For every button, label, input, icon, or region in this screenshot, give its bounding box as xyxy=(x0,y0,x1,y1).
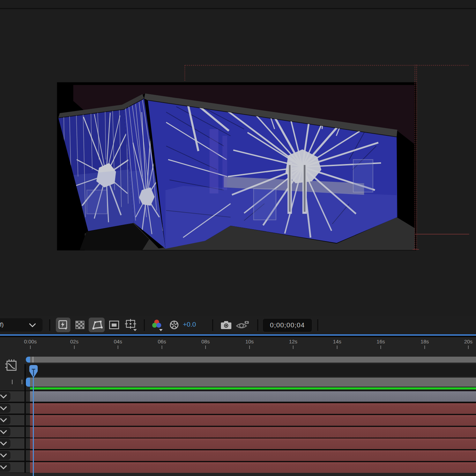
layer-row[interactable] xyxy=(0,391,476,402)
timeline-panel: 0:00s 02s 04s 06s 08s 10s 12s 14s 16s 18… xyxy=(0,337,476,476)
show-snapshot-button[interactable] xyxy=(235,318,251,332)
time-ruler[interactable] xyxy=(26,364,476,377)
layer-duration-bar[interactable] xyxy=(30,391,476,402)
ruler-label: 14s xyxy=(327,339,348,344)
composition-viewport[interactable] xyxy=(0,9,476,316)
reset-exposure-icon xyxy=(169,320,179,330)
layer-row[interactable] xyxy=(0,403,476,414)
scrollbar-playhead-tick xyxy=(32,357,34,363)
chevron-down-icon xyxy=(0,465,7,470)
comp-bottom-toolbar: f) xyxy=(0,316,476,334)
ruler-label: 20s xyxy=(458,339,476,344)
ruler-tick xyxy=(74,345,75,349)
ruler-label: 06s xyxy=(151,339,172,344)
ruler-tick xyxy=(162,345,162,349)
toolbar-separator xyxy=(317,319,318,331)
toolbar-separator xyxy=(49,319,50,331)
transparency-grid-button[interactable] xyxy=(73,318,87,332)
ruler-label: 18s xyxy=(414,339,435,344)
chevron-down-icon xyxy=(0,418,7,423)
layer-expand-button[interactable] xyxy=(0,427,10,437)
chevron-down-icon xyxy=(0,430,7,434)
layer-duration-bar[interactable] xyxy=(30,403,476,414)
chevron-down-icon xyxy=(0,394,7,399)
chevron-down-icon xyxy=(0,441,7,446)
region-of-interest-button[interactable] xyxy=(106,318,122,332)
ruler-label: 10s xyxy=(239,339,260,344)
channel-settings-button[interactable] xyxy=(149,318,165,332)
chevron-down-icon xyxy=(0,453,7,458)
preview-time-field[interactable]: 0;00;00;04 xyxy=(262,318,312,332)
composition-panel xyxy=(0,9,476,316)
layer-row[interactable] xyxy=(0,462,476,473)
snapshot-camera-icon xyxy=(221,321,232,329)
playhead-head[interactable] xyxy=(29,364,39,378)
layer-expand-button[interactable] xyxy=(0,451,10,460)
guides-options-icon xyxy=(124,318,138,332)
reset-exposure-button[interactable] xyxy=(167,318,181,332)
layer-row[interactable] xyxy=(0,427,476,437)
window-top-strip xyxy=(0,0,476,8)
show-snapshot-icon xyxy=(236,320,250,330)
snapshot-button[interactable] xyxy=(218,318,234,332)
layer-duration-bar[interactable] xyxy=(30,450,476,461)
cached-frames-indicator xyxy=(30,387,476,389)
graph-editor-icon xyxy=(4,358,17,372)
magnification-dropdown[interactable]: f) xyxy=(0,318,43,332)
ruler-tick xyxy=(118,345,118,349)
ruler-tick xyxy=(468,345,469,349)
ruler-tick xyxy=(380,345,381,349)
layer-duration-bar[interactable] xyxy=(30,427,476,438)
ruler-label: 04s xyxy=(107,339,128,344)
guides-options-button[interactable] xyxy=(122,318,140,332)
graph-editor-button[interactable] xyxy=(3,358,18,373)
layer-expand-button[interactable] xyxy=(0,392,10,401)
ruler-label: 08s xyxy=(195,339,216,344)
layer-duration-bar[interactable] xyxy=(30,462,476,473)
toolbar-separator xyxy=(212,319,213,331)
layer-expand-button[interactable] xyxy=(0,439,10,448)
fast-previews-button[interactable] xyxy=(56,318,70,332)
work-area-bar[interactable] xyxy=(30,378,476,387)
layer-row[interactable] xyxy=(0,450,476,461)
ruler-tick xyxy=(424,345,425,349)
ruler-label: 02s xyxy=(64,339,85,344)
layer-expand-button[interactable] xyxy=(0,416,10,425)
playhead-line[interactable] xyxy=(33,372,34,476)
magnification-label: f) xyxy=(0,321,3,328)
layer-expand-button[interactable] xyxy=(0,463,10,472)
ruler-label: 12s xyxy=(283,339,304,344)
after-effects-window: f) xyxy=(0,0,476,476)
layer-expand-button[interactable] xyxy=(0,404,10,413)
ruler-tick xyxy=(30,345,31,349)
layer-row[interactable] xyxy=(0,438,476,449)
panel-edge-tick xyxy=(22,380,22,384)
layer-row[interactable] xyxy=(0,415,476,425)
panel-edge-tick xyxy=(12,380,13,384)
chevron-down-icon xyxy=(29,323,36,328)
toolbar-separator xyxy=(144,319,145,331)
ruler-label: 16s xyxy=(370,339,391,344)
timeline-scrollbar[interactable] xyxy=(30,357,476,363)
region-of-interest-icon xyxy=(109,320,119,329)
layer-duration-bar[interactable] xyxy=(30,415,476,426)
toolbar-separator xyxy=(257,319,258,331)
ruler-tick xyxy=(249,345,250,349)
chevron-down-icon xyxy=(0,406,7,411)
ruler-tick xyxy=(293,345,293,349)
mask-visibility-button[interactable] xyxy=(89,318,105,332)
mask-visibility-icon xyxy=(91,320,103,330)
channel-settings-icon xyxy=(151,318,163,332)
timeline-bottom-strip xyxy=(0,473,476,476)
layer-rows-region xyxy=(0,391,476,473)
ruler-label: 0:00s xyxy=(20,339,41,344)
layer-duration-bar[interactable] xyxy=(30,438,476,449)
preview-time-value: 0;00;00;04 xyxy=(270,321,305,329)
fast-previews-icon xyxy=(58,319,68,330)
transparency-grid-icon xyxy=(75,321,84,329)
ruler-tick xyxy=(337,345,337,349)
exposure-value[interactable]: +0.0 xyxy=(183,321,196,328)
ruler-tick xyxy=(205,345,206,349)
